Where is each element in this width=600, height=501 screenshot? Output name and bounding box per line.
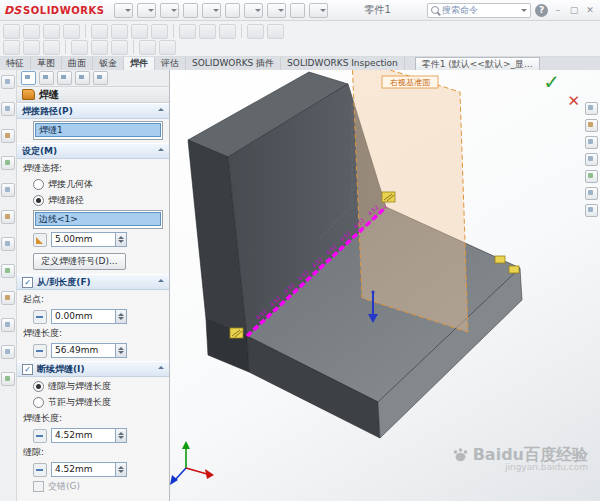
weld-path-section-header[interactable]: 焊接路径(P) — [17, 103, 169, 119]
ribbon-icon[interactable] — [3, 40, 20, 55]
tab-weldments[interactable]: 焊件 — [124, 57, 155, 70]
left-toolbar-icon[interactable] — [1, 264, 15, 278]
save-icon[interactable] — [160, 3, 179, 18]
pm-tab-configurationmanager[interactable] — [39, 71, 54, 85]
from-to-section-header[interactable]: ✓ 从/到长度(F) — [17, 274, 169, 290]
left-toolbar-icon[interactable] — [1, 210, 15, 224]
print-icon[interactable] — [183, 3, 198, 18]
open-file-icon[interactable] — [137, 3, 156, 18]
file-properties-icon[interactable] — [290, 3, 305, 18]
tab-solidworks-addins[interactable]: SOLIDWORKS 插件 — [186, 57, 281, 70]
ribbon-icon[interactable] — [159, 40, 176, 55]
weld-path-listbox[interactable]: 焊缝1 — [33, 121, 163, 140]
int-length-field[interactable]: 4.52mm — [51, 428, 115, 443]
int-length-stepper[interactable] — [115, 428, 127, 443]
confirm-cancel-button[interactable]: ✕ — [567, 94, 580, 109]
tab-surfaces[interactable]: 曲面 — [62, 57, 93, 70]
right-toolbar-icon[interactable] — [585, 153, 598, 166]
ribbon-icon[interactable] — [43, 40, 60, 55]
pitch-length-radio-row[interactable]: 节距与焊缝长度 — [33, 396, 163, 409]
reference-plane[interactable] — [352, 70, 468, 332]
left-toolbar-icon[interactable] — [1, 75, 15, 89]
edge-selection-item[interactable]: 边线<1> — [35, 212, 161, 226]
pitch-length-radio[interactable] — [33, 397, 44, 408]
weld-path-item[interactable]: 焊缝1 — [35, 123, 161, 137]
stagger-checkbox[interactable] — [33, 481, 44, 492]
ribbon-icon[interactable] — [63, 24, 80, 39]
gap-length-radio-row[interactable]: 缝隙与焊缝长度 — [33, 380, 163, 393]
settings-section-header[interactable]: 设定(M) — [17, 143, 169, 159]
ribbon-icon[interactable] — [3, 24, 20, 39]
bead-size-stepper[interactable] — [115, 232, 127, 247]
rebuild-icon[interactable] — [267, 3, 286, 18]
help-icon[interactable]: ? — [535, 4, 548, 17]
weld-path-radio[interactable] — [33, 195, 44, 206]
document-tab[interactable]: 零件1 (默认<<默认>_显... — [415, 57, 540, 70]
ribbon-icon[interactable] — [91, 24, 108, 39]
window-close-button[interactable]: ✕ — [584, 5, 596, 15]
gap-field[interactable]: 4.52mm — [51, 462, 115, 477]
ribbon-icon[interactable] — [111, 24, 128, 39]
ribbon-icon[interactable] — [23, 24, 40, 39]
tab-evaluate[interactable]: 评估 — [155, 57, 186, 70]
left-toolbar-icon[interactable] — [1, 102, 15, 116]
ribbon-icon[interactable] — [43, 24, 60, 39]
ribbon-icon[interactable] — [71, 40, 88, 55]
window-maximize-button[interactable]: ▢ — [568, 5, 580, 15]
tab-sketch[interactable]: 草图 — [31, 57, 62, 70]
weld-path-radio-row[interactable]: 焊缝路径 — [33, 194, 163, 207]
ribbon-icon[interactable] — [131, 24, 148, 39]
ribbon-icon[interactable] — [267, 24, 284, 39]
redo-icon[interactable] — [225, 3, 240, 18]
right-toolbar-icon[interactable] — [585, 119, 598, 132]
intermittent-checkbox[interactable]: ✓ — [22, 364, 33, 375]
confirm-ok-button[interactable]: ✓ — [543, 72, 560, 92]
weld-length-stepper[interactable] — [115, 343, 127, 358]
bead-size-field[interactable]: 5.00mm — [51, 232, 115, 247]
gap-stepper[interactable] — [115, 462, 127, 477]
weld-length-field[interactable]: 56.49mm — [51, 343, 115, 358]
intermittent-section-header[interactable]: ✓ 断续焊缝(I) — [17, 361, 169, 377]
right-toolbar-icon[interactable] — [585, 136, 598, 149]
weld-start-symbol[interactable] — [230, 328, 243, 338]
right-toolbar-icon[interactable] — [585, 187, 598, 200]
weld-end-symbol[interactable] — [382, 192, 395, 202]
select-icon[interactable] — [244, 3, 263, 18]
ribbon-icon[interactable] — [23, 40, 40, 55]
options-icon[interactable] — [309, 3, 328, 18]
new-file-icon[interactable] — [114, 3, 133, 18]
tab-features[interactable]: 特征 — [0, 57, 31, 70]
left-toolbar-icon[interactable] — [1, 183, 15, 197]
ribbon-icon[interactable] — [219, 24, 236, 39]
left-toolbar-icon[interactable] — [1, 318, 15, 332]
command-search-box[interactable]: 搜索命令 — [427, 3, 531, 18]
pm-tab-help[interactable] — [93, 71, 108, 85]
undo-icon[interactable] — [202, 3, 221, 18]
ribbon-icon[interactable] — [111, 40, 128, 55]
ribbon-icon[interactable] — [91, 40, 108, 55]
ribbon-icon[interactable] — [199, 24, 216, 39]
pm-tab-displaymanager[interactable] — [75, 71, 90, 85]
start-distance-field[interactable]: 0.00mm — [51, 309, 115, 324]
left-toolbar-icon[interactable] — [1, 372, 15, 386]
left-toolbar-icon[interactable] — [1, 129, 15, 143]
gap-length-radio[interactable] — [33, 381, 44, 392]
ribbon-icon[interactable] — [179, 24, 196, 39]
chevron-down-icon[interactable] — [521, 9, 527, 15]
tab-sheetmetal[interactable]: 钣金 — [93, 57, 124, 70]
right-toolbar-icon[interactable] — [585, 170, 598, 183]
left-toolbar-icon[interactable] — [1, 237, 15, 251]
weld-geometry-radio-row[interactable]: 焊接几何体 — [33, 178, 163, 191]
from-to-checkbox[interactable]: ✓ — [22, 277, 33, 288]
right-toolbar-icon[interactable] — [585, 102, 598, 115]
right-toolbar-icon[interactable] — [585, 204, 598, 217]
define-weld-symbol-button[interactable]: 定义焊缝符号(D)... — [33, 253, 126, 270]
tab-solidworks-inspection[interactable]: SOLIDWORKS Inspection — [281, 57, 405, 70]
weld-geometry-radio[interactable] — [33, 179, 44, 190]
ribbon-icon[interactable] — [247, 24, 264, 39]
window-minimize-button[interactable]: – — [552, 5, 564, 15]
left-toolbar-icon[interactable] — [1, 345, 15, 359]
graphics-viewport[interactable]: 右视基准面 4.52 4.52 4.52 4.52 4.52 4.52 4.52… — [170, 70, 600, 501]
pm-tab-dimxpertmanager[interactable] — [57, 71, 72, 85]
stagger-row[interactable]: 交错(G) — [33, 480, 163, 493]
